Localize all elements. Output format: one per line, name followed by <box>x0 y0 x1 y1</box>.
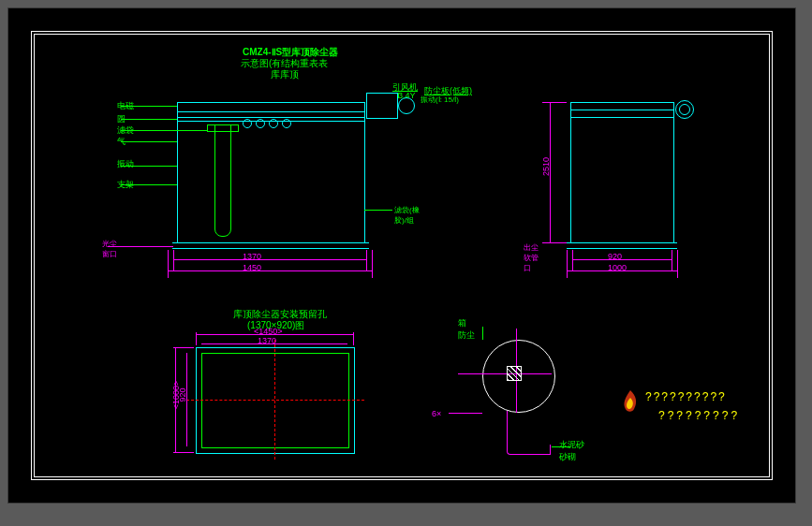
drawing-sheet: CMZ4-ⅡS型库顶除尘器 示意图(有结构重表表 库库顶 <box>7 7 796 504</box>
dim-front-w1: 1370 <box>243 252 261 261</box>
label-left-5: 支架 <box>117 179 134 191</box>
side-elevation: 2510 920 1000 <box>542 96 701 274</box>
label-front-bot-left: 光尘 窗口 <box>102 239 125 259</box>
drawing-title-3: 库库顶 <box>271 68 299 81</box>
label-left-3: 气 <box>117 136 125 148</box>
dim-side-w1: 920 <box>608 252 622 261</box>
stamp-row1: ?????????? <box>645 390 727 403</box>
dim-side-w2: 1000 <box>608 263 627 272</box>
dim-front-w2: 1450 <box>243 263 261 272</box>
nozzle-row <box>243 119 346 128</box>
label-side-bot: 出尘 软管 口 <box>524 242 546 273</box>
label-fan2: 3.4Y <box>398 91 416 100</box>
plan-view: <1450> 1370 <1000> 920 <box>158 332 383 473</box>
label-fan4: 振动(Ⅰ: 15/Ⅰ) <box>421 95 459 105</box>
label-left-0: 电磁 <box>117 100 134 112</box>
stamp-row2: ????????? <box>658 409 740 422</box>
detail-right-label: 水泥砂 砂砌 <box>559 439 589 463</box>
dim-side-h: 2510 <box>541 157 551 176</box>
dim-plan-wo: <1450> <box>254 327 283 336</box>
logo-icon <box>617 388 643 416</box>
label-front-right-bot: 滤袋(橡胶)/组 <box>394 205 428 226</box>
label-left-4: 振动 <box>117 158 134 170</box>
front-elevation: 1370 1450 <box>121 93 411 270</box>
detail-left-label: 6× <box>432 409 441 418</box>
dim-plan-hi: 920 <box>178 387 187 402</box>
dim-plan-wi: 1370 <box>258 336 276 345</box>
fan-housing <box>366 93 398 119</box>
cad-viewport[interactable]: CMZ4-ⅡS型库顶除尘器 示意图(有结构重表表 库库顶 <box>0 0 812 526</box>
detail-top-label: 箱 防尘 <box>458 317 477 342</box>
